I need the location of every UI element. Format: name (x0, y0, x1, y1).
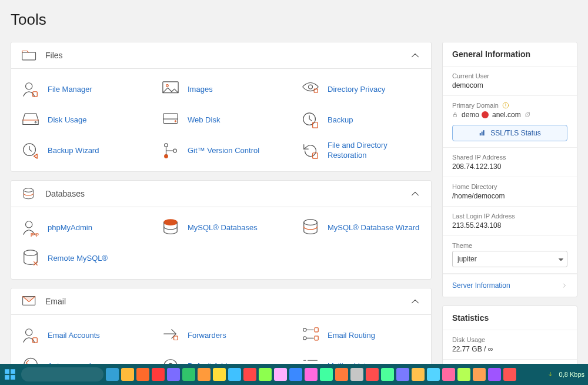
tool-file-and-directory-restoration[interactable]: File and Directory Restoration (291, 141, 431, 161)
taskbar-app[interactable] (473, 368, 486, 381)
taskbar-app[interactable] (106, 368, 119, 381)
ssl-status-button[interactable]: SSL/TLS Status (452, 125, 567, 141)
taskbar-app[interactable] (381, 368, 394, 381)
tool-email-routing[interactable]: Email Routing (291, 326, 431, 346)
svg-rect-3 (163, 82, 178, 93)
tool-disk-usage[interactable]: Disk Usage (11, 110, 151, 130)
db-fill-icon (162, 219, 179, 237)
group-title: Email (45, 297, 402, 306)
taskbar-app[interactable] (366, 368, 379, 381)
taskbar-app[interactable] (167, 368, 180, 381)
tools-main: FilesFile ManagerImagesDirectory Privacy… (11, 42, 432, 371)
taskbar-app[interactable] (350, 368, 363, 381)
tool-phpmyadmin[interactable]: phpphpMyAdmin (11, 218, 151, 238)
page-title: Tools (11, 11, 588, 29)
tool-mysql-database-wizard[interactable]: MySQL® Database Wizard (291, 218, 431, 238)
tool-images[interactable]: Images (151, 79, 291, 99)
tool-label: Remote MySQL® (48, 254, 108, 264)
svg-point-5 (308, 85, 312, 89)
server-info-link[interactable]: Server Information (443, 274, 577, 297)
taskbar-app[interactable] (136, 368, 149, 381)
chevron-up-icon (410, 50, 420, 61)
svg-rect-30 (315, 336, 318, 340)
tool-label: Git™ Version Control (188, 146, 259, 156)
svg-point-9 (175, 121, 176, 122)
svg-rect-0 (22, 52, 36, 60)
svg-point-21 (304, 220, 318, 225)
group-header-files[interactable]: Files (11, 42, 431, 69)
taskbar-app[interactable] (305, 368, 318, 381)
svg-point-7 (35, 122, 36, 123)
taskbar-app[interactable] (274, 368, 287, 381)
taskbar-app[interactable] (488, 368, 501, 381)
arrow-down-icon (547, 371, 553, 377)
taskbar-app[interactable] (243, 368, 256, 381)
eye-lock-icon (302, 81, 319, 98)
tool-forwarders[interactable]: Forwarders (151, 326, 291, 346)
taskbar-app[interactable] (396, 368, 409, 381)
svg-rect-29 (315, 328, 318, 332)
start-button[interactable] (4, 368, 16, 381)
taskbar-app[interactable] (213, 368, 226, 381)
tool-mysql-databases[interactable]: MySQL® Databases (151, 218, 291, 238)
taskbar-app[interactable] (412, 368, 425, 381)
taskbar-app[interactable] (442, 368, 455, 381)
tool-label: Email Routing (328, 331, 375, 341)
taskbar-app[interactable] (503, 368, 516, 381)
tool-file-manager[interactable]: File Manager (11, 79, 151, 99)
taskbar-app[interactable] (320, 368, 333, 381)
svg-point-14 (165, 155, 168, 158)
svg-point-22 (24, 250, 38, 255)
fwd-icon (162, 327, 179, 344)
taskbar-app[interactable] (182, 368, 195, 381)
taskbar-app[interactable] (289, 368, 302, 381)
lock-icon (452, 112, 458, 118)
mask-dot-icon (482, 111, 489, 118)
svg-rect-45 (11, 369, 15, 374)
svg-point-13 (165, 144, 168, 147)
git-icon (162, 142, 179, 160)
external-link-icon (524, 112, 530, 118)
taskbar-app[interactable] (457, 368, 470, 381)
group-header-email[interactable]: Email (11, 288, 431, 315)
taskbar-app[interactable] (121, 368, 134, 381)
taskbar-app[interactable] (198, 368, 211, 381)
group-header-databases[interactable]: Databases (11, 181, 431, 207)
tool-backup[interactable]: Backup (291, 110, 431, 130)
svg-rect-43 (483, 130, 485, 135)
taskbar-search[interactable] (21, 367, 103, 381)
tool-git-version-control[interactable]: Git™ Version Control (151, 141, 291, 161)
taskbar-app[interactable] (259, 368, 272, 381)
svg-point-18 (26, 221, 32, 228)
svg-point-1 (26, 83, 32, 89)
taskbar-app[interactable] (152, 368, 165, 381)
tool-label: Email Accounts (48, 331, 100, 341)
tool-label: MySQL® Databases (188, 223, 258, 233)
svg-point-27 (303, 328, 306, 331)
restore-icon (302, 142, 319, 160)
tool-directory-privacy[interactable]: Directory Privacy (291, 79, 431, 99)
svg-rect-26 (174, 336, 178, 340)
net-speed: 0,8 Kbps (559, 371, 584, 378)
tool-remote-mysql[interactable]: Remote MySQL® (11, 248, 151, 268)
db-remote-icon (22, 250, 39, 267)
taskbar-app[interactable] (427, 368, 440, 381)
group-files: FilesFile ManagerImagesDirectory Privacy… (11, 42, 432, 172)
drive-icon (162, 111, 179, 129)
tool-label: Forwarders (188, 331, 226, 341)
tool-email-accounts[interactable]: Email Accounts (11, 326, 151, 346)
chevron-up-icon (410, 188, 420, 199)
tool-backup-wizard[interactable]: Backup Wizard (11, 141, 151, 161)
sidebar: General Information Current User democom… (442, 42, 577, 371)
primary-domain-link[interactable]: demoanel.com (452, 111, 567, 119)
svg-rect-42 (482, 132, 483, 136)
mail-icon (22, 296, 37, 307)
taskbar-app[interactable] (228, 368, 241, 381)
svg-point-4 (166, 85, 169, 87)
chart-icon (479, 130, 486, 137)
theme-select[interactable]: jupiter (452, 251, 567, 267)
taskbar-app[interactable] (335, 368, 348, 381)
chevron-up-icon (410, 296, 420, 307)
tool-web-disk[interactable]: Web Disk (151, 110, 291, 130)
svg-rect-41 (480, 133, 481, 135)
